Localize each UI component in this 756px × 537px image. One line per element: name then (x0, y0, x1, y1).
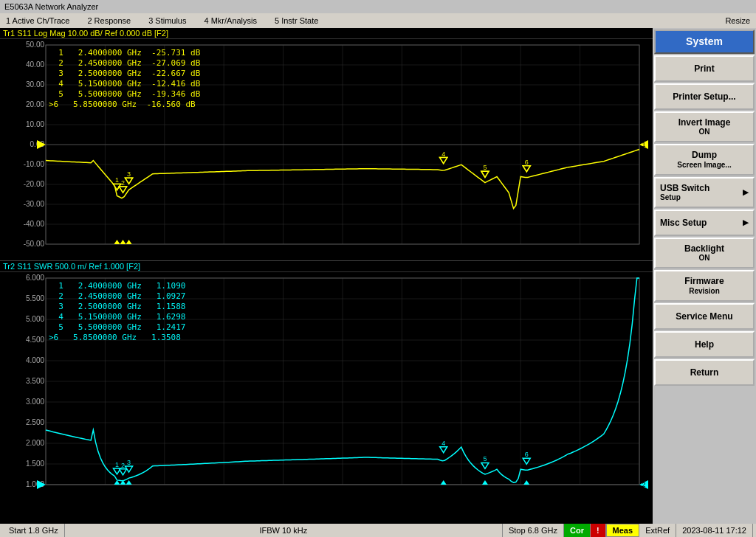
trace2-header: Tr2 S11 SWR 500.0 m/ Ref 1.000 [F2] (0, 260, 653, 272)
cor-indicator: Cor (564, 524, 591, 537)
dump-screen-sub: Screen Image... (677, 161, 731, 170)
usb-switch-sub: Setup (660, 193, 681, 202)
trace1-header: Tr1 S11 Log Mag 10.00 dB/ Ref 0.000 dB [… (0, 28, 653, 39)
usb-switch-button[interactable]: USB Switch Setup ▶ (654, 177, 755, 208)
menu-mkr[interactable]: 4 Mkr/Analysis (201, 15, 260, 26)
service-menu-button[interactable]: Service Menu (654, 303, 755, 330)
menu-stimulus[interactable]: 3 Stimulus (145, 15, 189, 26)
main-area: Tr1 S11 Log Mag 10.00 dB/ Ref 0.000 dB [… (0, 28, 756, 524)
backlight-label: Backlight (684, 243, 724, 254)
dump-screen-label: Dump (692, 150, 717, 160)
misc-setup-button[interactable]: Misc Setup ▶ (654, 209, 755, 236)
title-text: E5063A Network Analyzer (4, 2, 98, 11)
start-freq: Start 1.8 GHz (3, 524, 65, 537)
exclaim-indicator: ! (591, 524, 606, 537)
ifbw-display: IFBW 10 kHz (65, 524, 503, 537)
sidebar: System Print Printer Setup... Invert Ima… (653, 28, 756, 524)
trace2-header-text: Tr2 S11 SWR 500.0 m/ Ref 1.000 [F2] (3, 262, 140, 271)
menu-active-ch[interactable]: 1 Active Ch/Trace (3, 15, 72, 26)
title-bar: E5063A Network Analyzer (0, 0, 756, 13)
menu-instr[interactable]: 5 Instr State (272, 15, 321, 26)
firmware-label: Firmware (684, 276, 724, 286)
trace1-header-text: Tr1 S11 Log Mag 10.00 dB/ Ref 0.000 dB [… (3, 29, 168, 38)
misc-setup-arrow: ▶ (743, 218, 749, 227)
firmware-revision-button[interactable]: Firmware Revision (654, 270, 755, 301)
menu-response[interactable]: 2 Response (84, 15, 134, 26)
meas-button[interactable]: Meas (606, 524, 640, 537)
backlight-state: ON (699, 254, 710, 263)
usb-switch-label: USB Switch (660, 183, 709, 193)
time-display: 2023-08-11 17:12 (676, 524, 753, 537)
misc-setup-label: Misc Setup (660, 218, 707, 228)
status-bar: Start 1.8 GHz IFBW 10 kHz Stop 6.8 GHz C… (0, 524, 756, 537)
sidebar-title: System (654, 30, 755, 54)
extref-indicator: ExtRef (639, 524, 676, 537)
resize-btn[interactable]: Resize (722, 15, 753, 26)
printer-setup-button[interactable]: Printer Setup... (654, 83, 755, 110)
menu-bar: 1 Active Ch/Trace 2 Response 3 Stimulus … (0, 13, 756, 28)
chart-area: Tr1 S11 Log Mag 10.00 dB/ Ref 0.000 dB [… (0, 28, 653, 524)
trace1-canvas (0, 39, 653, 260)
return-button[interactable]: Return (654, 359, 755, 386)
trace1-panel (0, 39, 653, 260)
invert-image-state: ON (699, 128, 710, 136)
help-button[interactable]: Help (654, 331, 755, 358)
firmware-sub: Revision (689, 287, 720, 296)
invert-image-label: Invert Image (678, 117, 731, 128)
print-button[interactable]: Print (654, 55, 755, 82)
stop-freq: Stop 6.8 GHz (503, 524, 564, 537)
cor-text: Cor (570, 526, 584, 535)
usb-switch-arrow: ▶ (743, 188, 749, 197)
trace2-panel (0, 272, 653, 524)
trace2-canvas (0, 272, 653, 501)
backlight-button[interactable]: Backlight ON (654, 238, 755, 268)
invert-image-button[interactable]: Invert Image ON (654, 111, 755, 142)
dump-screen-button[interactable]: Dump Screen Image... (654, 144, 755, 175)
